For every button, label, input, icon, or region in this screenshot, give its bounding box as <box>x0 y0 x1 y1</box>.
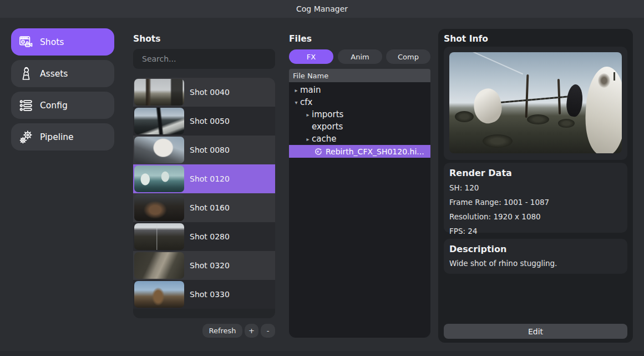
add-shot-button[interactable]: + <box>245 324 258 338</box>
shot-thumbnail <box>134 223 184 250</box>
app-title: Cog Manager <box>296 4 348 13</box>
sidebar-item-config[interactable]: Config <box>11 92 114 119</box>
shot-label: Shot 0160 <box>190 203 230 212</box>
cache-file-icon <box>313 147 322 156</box>
tab-anim[interactable]: Anim <box>338 49 382 64</box>
bust-icon <box>18 66 34 82</box>
tree-item-main[interactable]: ▸ main <box>289 84 430 96</box>
shot-label: Shot 0320 <box>190 261 230 270</box>
shot-preview-image <box>449 52 622 153</box>
render-data-frame-range: Frame Range: 1001 - 1087 <box>449 198 622 207</box>
shot-row-selected[interactable]: Shot 0120 <box>133 164 275 193</box>
description-title: Description <box>449 244 622 254</box>
tree-item-label: exports <box>312 122 343 132</box>
tree-item-label: main <box>300 85 321 95</box>
shot-label: Shot 0280 <box>190 232 230 241</box>
tree-item-label: cfx <box>300 97 312 107</box>
render-data-fps: FPS: 24 <box>449 227 622 235</box>
remove-shot-button[interactable]: - <box>261 324 275 338</box>
tree-item-file-selected[interactable]: Rebirth_CFX_SH0120.hi... <box>289 145 430 158</box>
shot-thumbnail <box>134 281 184 308</box>
shot-row[interactable]: Shot 0280 <box>133 222 275 251</box>
shot-label: Shot 0080 <box>190 146 230 154</box>
render-data-sh: SH: 120 <box>449 183 622 192</box>
render-data-title: Render Data <box>449 168 622 178</box>
refresh-button[interactable]: Refresh <box>202 324 242 338</box>
sidebar-item-label: Assets <box>40 69 68 79</box>
sidebar-item-assets[interactable]: Assets <box>11 60 114 87</box>
render-data-resolution: Resolution: 1920 x 1080 <box>449 212 622 221</box>
shot-row[interactable]: Shot 0050 <box>133 107 275 136</box>
file-tree: ▸ main ▾ cfx ▸ imports exports ▸ cache <box>289 82 430 338</box>
tree-item-exports[interactable]: exports <box>289 121 430 133</box>
shot-row[interactable]: Shot 0080 <box>133 136 275 164</box>
description-text: Wide shot of rhino stuggling. <box>449 259 622 268</box>
preview-card <box>444 47 627 160</box>
shot-thumbnail <box>134 194 184 221</box>
shot-thumbnail <box>134 252 184 279</box>
search-input[interactable] <box>133 49 275 69</box>
shots-panel-title: Shots <box>133 34 160 44</box>
shot-thumbnail <box>134 137 184 163</box>
tree-item-label: cache <box>312 134 336 144</box>
bottom-bar <box>0 351 644 356</box>
title-bar: Cog Manager <box>0 0 644 18</box>
render-data-card: Render Data SH: 120 Frame Range: 1001 - … <box>444 163 627 233</box>
shot-thumbnail <box>134 108 184 134</box>
tree-item-label: Rebirth_CFX_SH0120.hi... <box>326 147 424 156</box>
shot-info-panel: Shot Info Render Data SH: 120 Fram <box>438 29 633 343</box>
sidebar-item-shots[interactable]: Shots <box>11 28 114 56</box>
shot-thumbnail <box>134 79 184 106</box>
app-window: Cog Manager Shots A <box>0 0 644 356</box>
tree-item-cfx[interactable]: ▾ cfx <box>289 96 430 108</box>
tab-comp[interactable]: Comp <box>386 49 430 64</box>
shot-label: Shot 0050 <box>190 117 230 126</box>
chevron-down-icon[interactable]: ▾ <box>292 99 300 106</box>
shot-row[interactable]: Shot 0320 <box>133 251 275 280</box>
file-name-column-header: File Name <box>289 69 430 82</box>
tree-item-cache[interactable]: ▸ cache <box>289 133 430 145</box>
shot-label: Shot 0120 <box>190 174 230 183</box>
sidebar-item-label: Shots <box>40 37 64 47</box>
sidebar-item-label: Config <box>40 101 68 111</box>
tree-item-label: imports <box>312 109 343 119</box>
gears-icon <box>18 129 34 146</box>
files-panel-title: Files <box>289 34 312 44</box>
chevron-right-icon[interactable]: ▸ <box>304 136 312 142</box>
shot-info-title: Shot Info <box>444 34 488 44</box>
list-icon <box>18 97 34 114</box>
sidebar-item-label: Pipeline <box>40 132 74 142</box>
description-card: Description Wide shot of rhino stuggling… <box>444 239 627 274</box>
shot-row[interactable]: Shot 0160 <box>133 193 275 222</box>
chevron-right-icon[interactable]: ▸ <box>304 112 312 118</box>
shot-thumbnail <box>134 166 184 192</box>
clapperboard-icon <box>18 34 34 51</box>
shot-row[interactable]: Shot 0040 <box>133 78 275 107</box>
sidebar-item-pipeline[interactable]: Pipeline <box>11 123 114 151</box>
shot-row[interactable]: Shot 0330 <box>133 280 275 309</box>
edit-button[interactable]: Edit <box>444 324 627 339</box>
shot-list: Shot 0040 Shot 0050 Shot 0080 Shot 0120 … <box>133 78 275 318</box>
chevron-right-icon[interactable]: ▸ <box>292 87 300 93</box>
tab-fx[interactable]: FX <box>289 49 333 64</box>
tree-item-imports[interactable]: ▸ imports <box>289 108 430 121</box>
shot-label: Shot 0040 <box>190 88 230 97</box>
search-box <box>133 49 275 69</box>
shot-label: Shot 0330 <box>190 290 230 299</box>
